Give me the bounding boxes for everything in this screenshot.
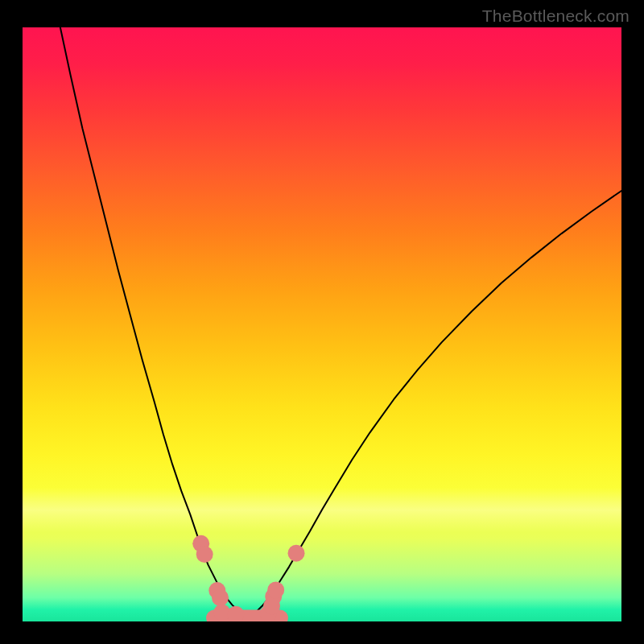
curve-left-branch [60, 27, 247, 618]
data-marker [288, 545, 305, 562]
data-marker [212, 589, 229, 606]
plot-area [23, 27, 621, 621]
markers-left [192, 535, 244, 621]
chart-container: TheBottleneck.com [0, 0, 644, 644]
data-marker [267, 581, 284, 598]
data-marker [227, 606, 244, 621]
data-marker [196, 546, 213, 563]
curve-layer [23, 27, 621, 621]
markers-right [260, 545, 305, 621]
watermark-text: TheBottleneck.com [482, 6, 630, 26]
